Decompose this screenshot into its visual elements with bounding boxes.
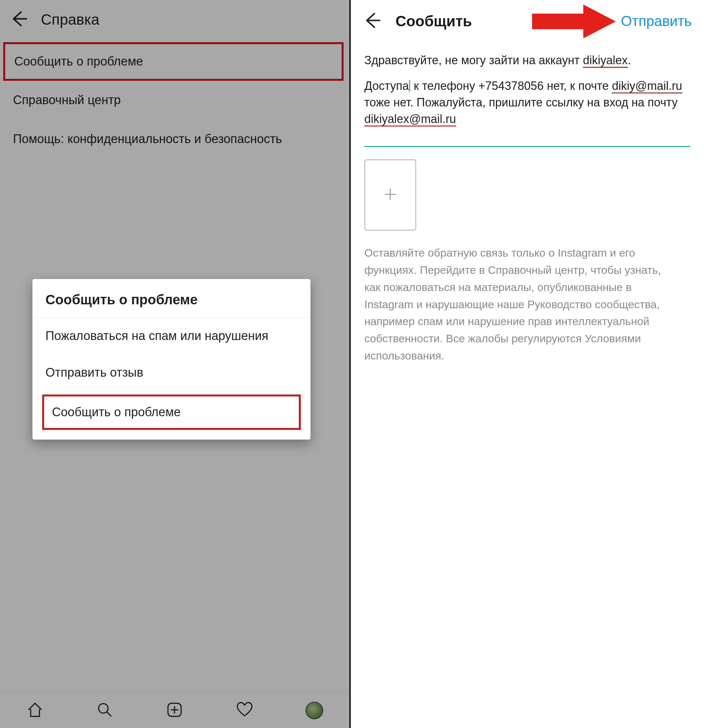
form-body: Здравствуйте, не могу зайти на аккаунт d… <box>351 42 704 374</box>
report-form-screen: Сообщить Отправить Здравствуйте, не могу… <box>351 0 704 728</box>
annotation-arrow <box>532 4 623 38</box>
submit-button[interactable]: Отправить <box>621 0 692 42</box>
spellcheck-word: dikiy@mail.ru <box>612 79 682 94</box>
report-problem-dialog: Сообщить о проблеме Пожаловаться на спам… <box>32 279 311 440</box>
msg-text: . <box>628 53 631 67</box>
dialog-option-report[interactable]: Сообщить о проблеме <box>42 394 301 430</box>
text-cursor <box>409 80 410 92</box>
page-title: Сообщить <box>396 12 472 30</box>
back-icon[interactable] <box>363 12 381 31</box>
dialog-option-spam[interactable]: Пожаловаться на спам или нарушения <box>32 318 311 354</box>
msg-text: тоже нет. Пожалуйста, пришлите ссылку на… <box>364 96 678 109</box>
dialog-option-feedback[interactable]: Отправить отзыв <box>32 354 311 391</box>
form-hint-text: Оставляйте обратную связь только о Insta… <box>364 244 663 364</box>
add-attachment-button[interactable] <box>364 159 416 231</box>
help-screen: Справка Сообщить о проблеме Справочный ц… <box>0 0 351 728</box>
spellcheck-word: dikiyalex@mail.ru <box>364 112 456 127</box>
msg-text: Здравствуйте, не могу зайти на аккаунт <box>364 53 583 67</box>
msg-text: к телефону +754378056 нет, к почте <box>411 79 612 92</box>
dialog-title: Сообщить о проблеме <box>32 279 311 318</box>
plus-icon <box>382 186 398 204</box>
msg-text: Доступа <box>364 79 409 92</box>
right-header: Сообщить Отправить <box>351 0 704 42</box>
spellcheck-word: dikiyalex <box>583 53 628 68</box>
problem-description-input[interactable]: Здравствуйте, не могу зайти на аккаунт d… <box>364 52 690 147</box>
